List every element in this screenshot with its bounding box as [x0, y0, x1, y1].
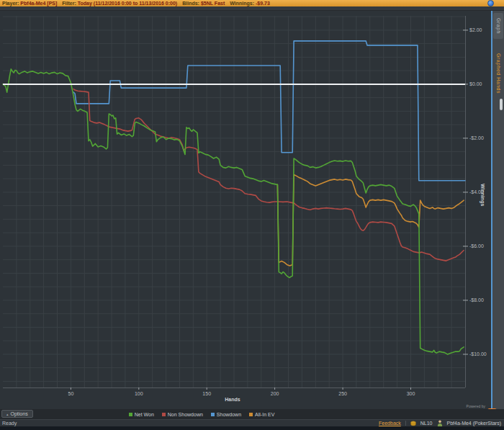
- legend-label-non-showdown: Non Showdown: [168, 412, 203, 417]
- legend-label-showdown: Showdown: [217, 412, 241, 417]
- winnings-graph-panel: $2.00$0.00-$2.00-$4.00-$6.00-$8.00-$10.0…: [0, 11, 491, 409]
- series-all-in-ev: [277, 175, 464, 266]
- winnings-value: -$9.73: [256, 1, 270, 6]
- x-tick-label: 50: [68, 391, 74, 396]
- legend-label-all-in-ev: All-In EV: [255, 412, 274, 417]
- filter-label: Filter:: [62, 1, 76, 6]
- series-non-showdown: [73, 89, 464, 261]
- tab-graph[interactable]: Graph: [493, 13, 503, 39]
- winnings-label: Winnings:: [230, 1, 254, 6]
- feedback-link[interactable]: Feedback: [379, 421, 401, 426]
- y-tick-label: -$10.00: [469, 351, 487, 357]
- player-filter-bar: Player:Pbf4a-Me4 [PS]Filter:Today (11/12…: [0, 0, 504, 6]
- status-ready-label: Ready: [2, 420, 17, 426]
- player-value: Pbf4a-Me4 [PS]: [20, 1, 57, 6]
- series-showdown: [73, 41, 465, 181]
- divider: [405, 421, 406, 426]
- legend-item-non-showdown[interactable]: Non Showdown: [162, 412, 203, 417]
- status-globe-icon[interactable]: [487, 0, 494, 6]
- status-bar: Ready Feedback NL10 Pbf4a-Me4 (PokerStar…: [0, 419, 504, 426]
- y-tick-label: -$8.00: [469, 297, 484, 303]
- chips-icon: [410, 421, 416, 426]
- legend-swatch-showdown: [211, 413, 215, 416]
- x-tick-label: 300: [407, 391, 415, 396]
- y-tick-label: -$2.00: [469, 135, 484, 140]
- chart-legend: Net WonNon ShowdownShowdownAll-In EV: [0, 409, 331, 419]
- legend-label-net-won: Net Won: [135, 412, 154, 417]
- legend-swatch-net-won: [129, 413, 132, 416]
- series-net-won: [3, 69, 464, 354]
- blinds-label: Blinds:: [182, 1, 199, 6]
- legend-item-showdown[interactable]: Showdown: [211, 412, 241, 417]
- y-axis-title: Winnings: [480, 184, 485, 206]
- filter-value: Today (11/12/2016 0:00 to 11/13/2016 0:0…: [78, 1, 177, 6]
- legend-item-net-won[interactable]: Net Won: [129, 412, 154, 417]
- scrollbar-thumb[interactable]: [500, 99, 503, 110]
- x-tick-label: 100: [135, 391, 143, 396]
- player-label: Player:: [2, 1, 19, 6]
- tab-graphed-hands[interactable]: Graphed Hands: [493, 42, 503, 104]
- player-icon: [437, 420, 443, 426]
- x-tick-label: 250: [338, 391, 347, 396]
- player-selector[interactable]: Pbf4a-Me4 (PokerStars): [447, 421, 501, 426]
- bottom-strip: [0, 426, 504, 430]
- x-tick-label: 200: [271, 391, 279, 396]
- right-tab-strip: Graph Graphed Hands: [491, 11, 504, 409]
- winnings-chart: $2.00$0.00-$2.00-$4.00-$6.00-$8.00-$10.0…: [0, 11, 491, 409]
- y-tick-label: -$6.00: [469, 243, 484, 248]
- legend-item-all-in-ev[interactable]: All-In EV: [249, 412, 274, 417]
- legend-swatch-non-showdown: [162, 413, 166, 416]
- legend-swatch-all-in-ev: [249, 413, 253, 416]
- x-tick-label: 150: [202, 391, 211, 396]
- stake-selector[interactable]: NL10: [420, 421, 433, 426]
- y-tick-label: $2.00: [469, 27, 482, 32]
- hem2-window: Player:Pbf4a-Me4 [PS]Filter:Today (11/12…: [0, 0, 504, 430]
- x-axis-title: Hands: [0, 397, 465, 402]
- y-tick-label: $0.00: [469, 81, 482, 86]
- legend-bar: ▴Options Net WonNon ShowdownShowdownAll-…: [0, 409, 504, 419]
- blinds-value: $5NL Fast: [201, 1, 225, 6]
